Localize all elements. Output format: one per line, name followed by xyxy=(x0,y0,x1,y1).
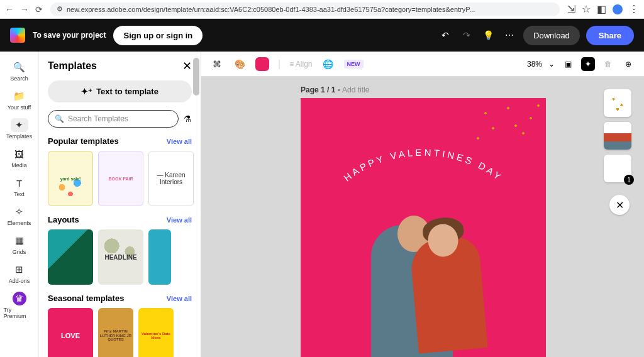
gold-confetti xyxy=(470,98,546,148)
layer-couple[interactable] xyxy=(604,122,631,150)
premium-nav[interactable]: ♛Try Premium xyxy=(4,289,35,322)
templates-nav[interactable]: ✦Templates xyxy=(4,116,35,142)
grids-nav[interactable]: ▦Grids xyxy=(4,231,35,258)
context-toolbar: ⌘ 🎨 | ≡ Align 🌐 NEW 38% ⌄ ▣ ✦ 🗑 ⊕ xyxy=(201,52,644,77)
templates-panel: Templates ✕ ✦⁺ Text to template 🔍 Search… xyxy=(39,52,201,357)
panel-title: Templates xyxy=(48,60,97,72)
sign-up-button[interactable]: Sign up or sign in xyxy=(113,26,203,45)
avatar-icon[interactable] xyxy=(613,4,623,14)
canvas-area: ⌘ 🎨 | ≡ Align 🌐 NEW 38% ⌄ ▣ ✦ 🗑 ⊕ Page 1… xyxy=(201,52,644,357)
template-mlk[interactable]: Fifty MARTIN LUTHER KING JR QUOTES xyxy=(98,308,133,357)
pages-icon[interactable]: ▣ xyxy=(561,57,575,71)
svg-text:HAPPY VALENTINES DAY: HAPPY VALENTINES DAY xyxy=(341,148,505,184)
text-nav-icon: T xyxy=(11,176,28,190)
close-layers-button[interactable]: ✕ xyxy=(609,195,630,215)
page-label[interactable]: Page 1 / 1 - Add title xyxy=(301,85,369,94)
layer-extra[interactable]: 1 xyxy=(604,155,631,182)
addons-nav-label: Add-ons xyxy=(9,278,30,284)
share-button[interactable]: Share xyxy=(586,26,634,45)
search-nav-icon: 🔍 xyxy=(11,60,28,74)
search-nav-label: Search xyxy=(10,75,28,82)
layout-thumb-1[interactable] xyxy=(48,229,93,285)
templates-nav-label: Templates xyxy=(6,133,32,140)
crop-icon[interactable]: ⌘ xyxy=(210,57,224,71)
arc-text[interactable]: HAPPY VALENTINES DAY xyxy=(316,148,530,214)
template-dateideas[interactable]: Valentine's Date Ideas xyxy=(138,308,174,357)
menu-icon[interactable]: ⋮ xyxy=(629,3,639,15)
addons-nav-icon: ⊞ xyxy=(11,263,28,277)
trash-icon[interactable]: 🗑 xyxy=(601,57,615,71)
close-icon[interactable]: ✕ xyxy=(182,59,192,73)
extensions-icon[interactable]: ◧ xyxy=(597,3,606,15)
yourstuff-nav-icon: 📁 xyxy=(11,89,28,103)
text-nav[interactable]: TText xyxy=(4,173,35,200)
install-icon[interactable]: ⇲ xyxy=(567,3,575,15)
forward-icon[interactable]: → xyxy=(20,4,29,14)
template-yard-sale[interactable]: yard sale! xyxy=(48,151,93,206)
filter-icon[interactable]: ⚗ xyxy=(184,114,192,124)
artboard[interactable]: HAPPY VALENTINES DAY xyxy=(301,98,546,357)
align-label: ≡ Align xyxy=(289,60,312,69)
layout-thumb-3[interactable] xyxy=(148,229,171,285)
save-prompt-text: To save your project xyxy=(33,31,106,40)
elements-nav-label: Elements xyxy=(8,220,31,226)
url-bar[interactable]: ⚙ new.express.adobe.com/design/template/… xyxy=(50,3,560,16)
templates-nav-icon: ✦ xyxy=(11,118,28,132)
media-nav-label: Media xyxy=(11,162,27,168)
chevron-down-icon[interactable]: ⌄ xyxy=(548,60,555,69)
add-page-icon[interactable]: ⊕ xyxy=(621,57,635,71)
layer-count-badge: 1 xyxy=(624,175,634,185)
template-love[interactable]: LOVE xyxy=(48,308,93,357)
palette-icon[interactable]: 🎨 xyxy=(233,57,247,71)
elements-nav[interactable]: ✧Elements xyxy=(4,202,35,229)
translate-icon[interactable]: 🌐 xyxy=(321,57,335,71)
premium-nav-icon: ♛ xyxy=(13,292,26,305)
elements-nav-icon: ✧ xyxy=(11,205,28,219)
text-nav-label: Text xyxy=(14,191,25,197)
couple-photo[interactable] xyxy=(364,212,483,357)
text-to-template-button[interactable]: ✦⁺ Text to template xyxy=(48,80,192,102)
download-button[interactable]: Download xyxy=(523,26,580,45)
template-kareen[interactable]: — Kareen Interiors xyxy=(148,151,194,206)
section-title-seasonal: Seasonal templates xyxy=(48,294,124,303)
view-all-seasonal[interactable]: View all xyxy=(167,295,192,302)
yourstuff-nav-label: Your stuff xyxy=(8,104,31,111)
template-peek[interactable] xyxy=(179,308,191,357)
layers-icon[interactable]: ✦ xyxy=(581,57,595,71)
premium-nav-label: Try Premium xyxy=(4,307,35,319)
help-icon[interactable]: 💡 xyxy=(480,30,496,40)
view-all-popular[interactable]: View all xyxy=(167,138,192,145)
browser-chrome: ← → ⟳ ⚙ new.express.adobe.com/design/tem… xyxy=(0,0,644,19)
addons-nav[interactable]: ⊞Add-ons xyxy=(4,260,35,287)
media-nav-icon: 🖼 xyxy=(11,147,28,161)
grids-nav-icon: ▦ xyxy=(11,234,28,248)
back-icon[interactable]: ← xyxy=(5,4,14,14)
panel-scrollbar[interactable] xyxy=(193,58,199,96)
zoom-value[interactable]: 38% xyxy=(527,60,542,69)
search-input[interactable]: 🔍 Search Templates xyxy=(48,110,179,128)
bookmark-icon[interactable]: ☆ xyxy=(582,3,591,15)
view-all-layouts[interactable]: View all xyxy=(167,216,192,224)
left-rail: 🔍Search📁Your stuff✦Templates🖼MediaTText✧… xyxy=(0,52,39,357)
section-title-layouts: Layouts xyxy=(48,215,79,224)
search-icon: 🔍 xyxy=(55,114,64,123)
sparkle-icon: ✦⁺ xyxy=(81,87,92,96)
layout-thumb-2[interactable]: HEADLINE xyxy=(98,229,143,285)
layers-panel: 1 ✕ xyxy=(604,89,635,215)
media-nav[interactable]: 🖼Media xyxy=(4,145,35,171)
color-swatch[interactable] xyxy=(255,57,269,71)
layer-confetti[interactable] xyxy=(604,89,631,117)
site-info-icon[interactable]: ⚙ xyxy=(57,5,63,13)
new-badge: NEW xyxy=(344,60,364,69)
yourstuff-nav[interactable]: 📁Your stuff xyxy=(4,87,35,113)
more-icon[interactable]: ⋯ xyxy=(502,30,517,40)
url-text: new.express.adobe.com/design/template/ur… xyxy=(67,6,475,13)
section-title-popular: Popular templates xyxy=(48,136,119,146)
reload-icon[interactable]: ⟳ xyxy=(35,4,43,14)
undo-icon[interactable]: ↶ xyxy=(438,30,453,40)
template-book-fair[interactable]: BOOK FAIR xyxy=(98,151,143,206)
search-nav[interactable]: 🔍Search xyxy=(4,58,35,84)
redo-icon[interactable]: ↷ xyxy=(459,30,474,40)
grids-nav-label: Grids xyxy=(13,249,26,255)
adobe-express-logo[interactable] xyxy=(10,28,25,43)
